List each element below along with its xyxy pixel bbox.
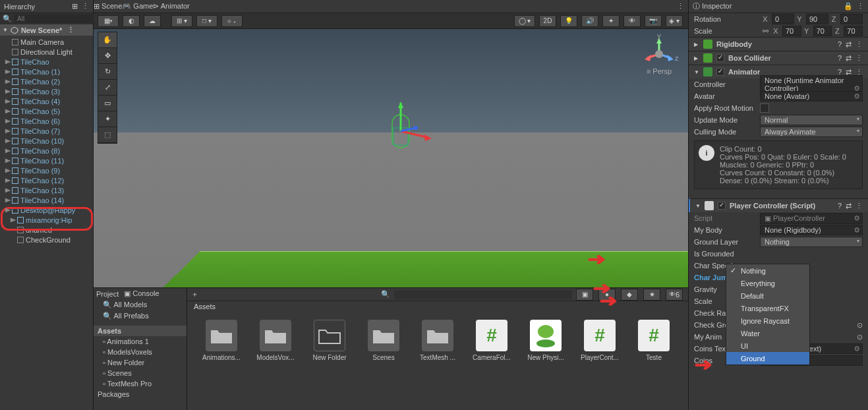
project-label-button[interactable]: ◆ (621, 289, 638, 301)
packages-root[interactable]: Packages (94, 389, 187, 399)
pivot-button[interactable]: ⟐ ▾ (221, 15, 243, 27)
fav-all-models[interactable]: 🔍 All Models (94, 299, 187, 310)
asset-item[interactable]: New Folder (308, 320, 351, 361)
rotation-y-field[interactable]: 90 (806, 14, 828, 24)
boxcollider-enable-checkbox[interactable] (716, 54, 724, 62)
transform-tool[interactable]: ✦ (98, 111, 117, 127)
draw-mode-button[interactable]: ▦ ▾ (98, 15, 119, 27)
project-folder[interactable]: ▫ Scenes (94, 368, 187, 378)
assets-root[interactable]: Assets (94, 326, 187, 336)
shading-button[interactable]: ◐ (123, 15, 140, 27)
playercontroller-header[interactable]: ▼ Player Controller (Script) ?⇄⋮ (689, 198, 868, 212)
tab-menu-icon[interactable]: ⋮ (673, 2, 688, 11)
hierarchy-item[interactable]: Main Camera (0, 37, 93, 47)
orientation-gizmo[interactable]: y z ≡ Persp (639, 34, 679, 74)
hierarchy-item[interactable]: ▶TileChao (12) (0, 175, 93, 185)
asset-item[interactable]: Scenes (362, 320, 405, 361)
animator-enable-checkbox[interactable] (716, 68, 724, 76)
project-folder[interactable]: ▫ New Folder (94, 357, 187, 368)
hierarchy-item[interactable]: Directional Light (0, 47, 93, 57)
tab-game[interactable]: 🎮 Game (122, 2, 153, 11)
tab-scene[interactable]: ⊞ Scene (94, 2, 122, 11)
rigidbody-header[interactable]: ▶ Rigidbody ?⇄⋮ (689, 37, 868, 51)
tab-animator[interactable]: ⊳ Animator (153, 2, 189, 11)
camera-button[interactable]: ◯ ▾ (514, 15, 535, 27)
scene-menu-icon[interactable]: ⋮ (67, 26, 74, 34)
hierarchy-item[interactable]: ▶TileChao (4) (0, 96, 93, 106)
hierarchy-search-input[interactable] (14, 15, 103, 23)
increment-snap-button[interactable]: □ ▾ (196, 15, 217, 27)
scene-viewport[interactable]: ✋ ✥ ↻ ⤢ ▭ ✦ ⬚ (94, 29, 688, 287)
rotate-tool[interactable]: ↻ (98, 64, 117, 80)
hierarchy-item[interactable]: ▶TileChao (5) (0, 106, 93, 116)
hidden-button[interactable]: 👁 (623, 15, 641, 27)
hierarchy-item[interactable]: ▶TileChao (10) (0, 136, 93, 146)
rotation-x-field[interactable]: 0 (772, 14, 794, 24)
layer-option[interactable]: Nothing (726, 264, 809, 277)
hierarchy-tab[interactable]: Hierarchy ⊞ ⋮ (0, 0, 93, 13)
hierarchy-item[interactable]: ▶TileChao (1) (0, 67, 93, 76)
project-type-button[interactable]: ● (598, 289, 616, 301)
hierarchy-item[interactable]: ▶TileChao (11) (0, 156, 93, 165)
object-picker-icon[interactable]: ⊙ (857, 321, 863, 330)
layer-option[interactable]: Default (726, 289, 809, 302)
hierarchy-item[interactable]: ▶TileChao (14) (0, 195, 93, 205)
audio-button[interactable]: 🔊 (581, 15, 598, 27)
rotation-z-field[interactable]: 0 (840, 14, 863, 24)
help-icon[interactable]: ? (838, 202, 842, 210)
hierarchy-item[interactable]: ▶mixamorig:Hip (0, 215, 93, 225)
asset-item[interactable]: ModelsVox... (254, 320, 297, 361)
project-breadcrumb[interactable]: Assets (187, 301, 688, 312)
lighting-button[interactable]: 💡 (560, 15, 577, 27)
project-hidden-button[interactable]: 👁6 (666, 289, 683, 301)
scale-tool[interactable]: ⤢ (98, 80, 117, 96)
grid-snap-button[interactable]: ⊞ ▾ (171, 15, 192, 27)
preset-icon[interactable]: ⇄ (846, 40, 852, 49)
project-folder[interactable]: ▫ TextMesh Pro (94, 378, 187, 389)
boxcollider-header[interactable]: ▶ Box Collider ?⇄⋮ (689, 51, 868, 65)
hierarchy-item[interactable]: ▶TileChao (0, 57, 93, 67)
camera-settings-button[interactable]: 📷 (645, 15, 662, 27)
hierarchy-item[interactable]: ▶TileChao (13) (0, 185, 93, 195)
inspector-tab[interactable]: ⓘ Inspector (693, 1, 732, 11)
scale-y-field[interactable]: 70 (813, 26, 832, 36)
hierarchy-item[interactable]: CheckGround (0, 235, 93, 245)
hierarchy-item[interactable]: unamed (0, 225, 93, 235)
constrain-icon[interactable]: ⚯ (760, 27, 770, 36)
gizmo-settings-button[interactable]: ◈ ▾ (666, 15, 683, 27)
hierarchy-item[interactable]: ▶Desktop@Happy (0, 205, 93, 215)
layer-option[interactable]: UI (726, 339, 809, 352)
preset-icon[interactable]: ⇄ (846, 54, 852, 63)
preset-icon[interactable]: ⇄ (846, 202, 852, 210)
asset-item[interactable]: #Teste (633, 320, 675, 361)
mode-2d-button[interactable]: 2D (539, 15, 556, 27)
project-folder[interactable]: ▫ Animations 1 (94, 336, 187, 347)
project-search-input[interactable] (394, 290, 572, 299)
layer-option[interactable]: Water (726, 327, 809, 339)
project-save-button[interactable]: ★ (643, 289, 660, 301)
update-mode-dropdown[interactable]: Normal (760, 115, 863, 125)
asset-item[interactable]: Animations... (200, 320, 243, 361)
custom-tool[interactable]: ⬚ (98, 127, 117, 143)
inspector-menu-icon[interactable]: ⋮ (857, 2, 864, 11)
script-enable-checkbox[interactable] (718, 202, 726, 210)
project-filter-button[interactable]: ▣ (576, 289, 593, 301)
layer-dropdown-popup[interactable]: NothingEverythingDefaultTransparentFXIgn… (726, 264, 810, 365)
rect-tool[interactable]: ▭ (98, 96, 117, 111)
hierarchy-item[interactable]: ▶TileChao (7) (0, 126, 93, 136)
scene-header[interactable]: ▼ New Scene* ⋮ (0, 24, 93, 36)
layer-option[interactable]: Ignore Raycast (726, 314, 809, 327)
project-add-icon[interactable]: ＋ (191, 289, 198, 299)
fav-all-prefabs[interactable]: 🔍 All Prefabs (94, 310, 187, 322)
asset-item[interactable]: #CameraFol... (471, 320, 513, 361)
mybody-field[interactable]: None (Rigidbody) (760, 225, 863, 235)
menu-icon[interactable]: ⋮ (855, 54, 863, 63)
hierarchy-item[interactable]: ▶TileChao (9) (0, 165, 93, 175)
scale-x-field[interactable]: 70 (782, 26, 801, 36)
asset-item[interactable]: #PlayerCont... (579, 320, 621, 361)
layer-option[interactable]: TransparentFX (726, 302, 809, 314)
project-folder[interactable]: ▫ ModelsVoxels (94, 347, 187, 357)
asset-item[interactable]: New Physi... (525, 320, 567, 361)
hierarchy-item[interactable]: ▶TileChao (8) (0, 146, 93, 156)
fx-button[interactable]: ✦ (602, 15, 620, 27)
